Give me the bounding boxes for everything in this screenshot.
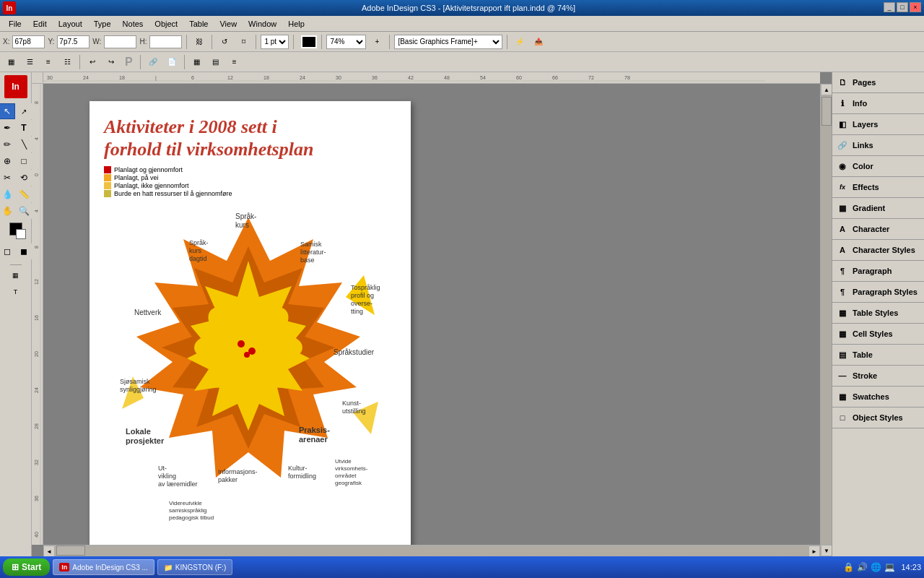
svg-text:8: 8 [34, 246, 39, 249]
legend-color-3 [104, 182, 111, 189]
stroke-weight[interactable]: 1 pt [261, 35, 289, 49]
link-btn[interactable]: 🔗 [145, 54, 161, 70]
panel-header-object-styles[interactable]: □ Object Styles [832, 407, 924, 428]
tray-icon-2: 🔊 [857, 562, 868, 572]
eyedropper-tool[interactable]: 💧 [0, 186, 15, 202]
panel-header-effects[interactable]: fx Effects [832, 177, 924, 197]
menu-file[interactable]: File [3, 18, 27, 30]
rotate-btn[interactable]: ↺ [217, 34, 232, 50]
menu-layout[interactable]: Layout [53, 18, 88, 30]
panel-header-paragraph[interactable]: ¶ Paragraph [832, 261, 924, 281]
view-bleed[interactable]: ≡ [227, 54, 243, 70]
zoom-tool[interactable]: 🔍 [16, 203, 32, 219]
menu-edit[interactable]: Edit [27, 18, 53, 30]
normal-mode[interactable]: ◻ [0, 243, 15, 259]
pencil-tool[interactable]: ✏ [0, 137, 15, 152]
scrollbar-vertical[interactable]: ▲ ▼ [820, 84, 832, 556]
frame-type-select[interactable]: [Basic Graphics Frame]+ [394, 35, 502, 49]
panel-header-cell-styles[interactable]: ▦ Cell Styles [832, 324, 924, 344]
panel-header-table[interactable]: ▤ Table [832, 345, 924, 365]
app-logo: In [3, 1, 16, 14]
view-normal[interactable]: ▦ [189, 54, 205, 70]
panel-header-layers[interactable]: ◧ Layers [832, 114, 924, 134]
panel-gradient: ▦ Gradient [832, 198, 924, 219]
frame-tool[interactable]: ⊕ [0, 153, 15, 169]
panel-header-character-styles[interactable]: A Character Styles [832, 240, 924, 260]
fill-btn[interactable] [301, 35, 317, 48]
grid-btn[interactable]: ▦ [3, 54, 19, 70]
view-preview[interactable]: ▤ [208, 54, 224, 70]
align-left-btn[interactable]: ☰ [22, 54, 38, 70]
panel-header-gradient[interactable]: ▦ Gradient [832, 198, 924, 218]
menu-type[interactable]: Type [88, 18, 117, 30]
scroll-track-v[interactable] [821, 95, 832, 545]
align-center-btn[interactable]: ≡ [40, 54, 56, 70]
preview-mode[interactable]: ◼ [16, 243, 32, 259]
h-field[interactable] [149, 35, 182, 48]
pen-tool[interactable]: ✒ [0, 120, 15, 136]
spread-btn[interactable]: 📄 [164, 54, 180, 70]
start-button[interactable]: ⊞ Start [3, 558, 50, 576]
hand-tool[interactable]: ✋ [0, 203, 15, 219]
panel-header-info[interactable]: ℹ Info [832, 93, 924, 113]
shear-btn[interactable]: ⌑ [235, 34, 251, 50]
redo-btn[interactable]: ↪ [103, 54, 119, 70]
scissors-tool[interactable]: ✂ [0, 170, 15, 186]
panel-header-table-styles[interactable]: ▦ Table Styles [832, 303, 924, 323]
ruler-horizontal: 30 24 18 | 6 12 18 24 30 36 42 48 54 60 … [32, 72, 820, 84]
close-button[interactable]: × [910, 2, 921, 12]
line-tool[interactable]: ╲ [16, 137, 32, 152]
fill-stroke-selector[interactable] [9, 223, 22, 236]
menu-notes[interactable]: Notes [117, 18, 149, 30]
canvas-area[interactable]: 30 24 18 | 6 12 18 24 30 36 42 48 54 60 … [32, 72, 832, 556]
x-field[interactable] [12, 35, 45, 48]
menu-view[interactable]: View [214, 18, 243, 30]
text-frame-tool[interactable]: T [8, 284, 24, 300]
w-field[interactable] [104, 35, 136, 48]
legend-label-1: Planlagt og gjennomfort [114, 166, 183, 173]
minimize-button[interactable]: _ [884, 2, 895, 12]
maximize-button[interactable]: □ [897, 2, 908, 12]
undo-btn[interactable]: ↩ [84, 54, 100, 70]
scroll-track-h[interactable] [55, 545, 808, 556]
scroll-up-btn[interactable]: ▲ [821, 84, 832, 95]
y-field[interactable] [57, 35, 90, 48]
taskbar-explorer[interactable]: 📁 KINGSTON (F:) [157, 559, 232, 575]
menu-help[interactable]: Help [282, 18, 310, 30]
menu-object[interactable]: Object [149, 18, 183, 30]
zoom-select[interactable]: 74% [326, 35, 366, 49]
scroll-left-btn[interactable]: ◄ [43, 545, 55, 556]
panel-header-paragraph-styles[interactable]: ¶ Paragraph Styles [832, 282, 924, 302]
transform-tool[interactable]: ⟲ [16, 170, 32, 186]
constrain-btn[interactable]: ⛓ [191, 34, 207, 50]
menu-window[interactable]: Window [243, 18, 282, 30]
svg-text:20: 20 [34, 351, 39, 357]
panel-header-pages[interactable]: 🗋 Pages [832, 72, 924, 92]
selection-tool[interactable]: ↖ [0, 103, 15, 119]
align-right-btn[interactable]: ☷ [59, 54, 75, 70]
scroll-right-btn[interactable]: ► [808, 545, 820, 556]
preview-btn[interactable]: ⚡ [512, 34, 528, 50]
publish-btn[interactable]: 📤 [531, 34, 546, 50]
frame-grid-tool[interactable]: ▦ [8, 267, 24, 283]
panel-header-stroke[interactable]: — Stroke [832, 366, 924, 386]
direct-selection-tool[interactable]: ↗ [16, 103, 32, 119]
panel-header-links[interactable]: 🔗 Links [832, 135, 924, 155]
label-praksis2: arenaer [299, 435, 328, 444]
panel-header-swatches[interactable]: ▦ Swatches [832, 387, 924, 407]
type-tool[interactable]: T [16, 120, 32, 136]
panel-header-character[interactable]: A Character [832, 219, 924, 239]
object-styles-label: Object Styles [853, 413, 903, 422]
scroll-down-btn[interactable]: ▼ [821, 545, 832, 556]
legend-color-1 [104, 166, 111, 173]
zoom-in-btn[interactable]: + [369, 34, 385, 50]
shape-tool[interactable]: □ [16, 153, 32, 169]
label-videreutvikle2: samiskspråklig [169, 507, 206, 514]
right-panel: 🗋 Pages ℹ Info ◧ Layers 🔗 Links ◉ [832, 72, 924, 556]
measure-tool[interactable]: 📏 [16, 186, 32, 202]
character-icon: A [837, 223, 848, 235]
taskbar-indesign[interactable]: In Adobe InDesign CS3 ... [53, 559, 154, 575]
scrollbar-horizontal[interactable]: ◄ ► [43, 545, 820, 556]
panel-header-color[interactable]: ◉ Color [832, 156, 924, 176]
menu-table[interactable]: Table [183, 18, 214, 30]
